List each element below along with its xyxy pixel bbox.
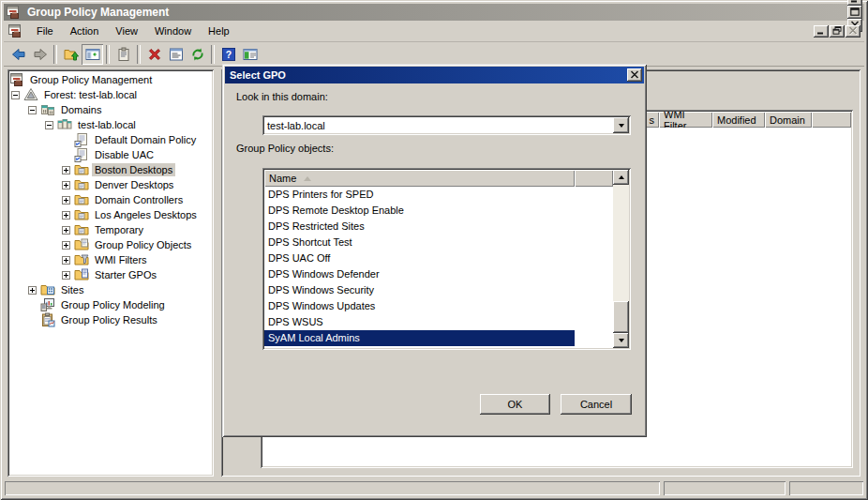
name-column-header[interactable]: Name <box>264 170 575 187</box>
tree-item-label: Default Domain Policy <box>92 133 199 146</box>
gpo-link-icon <box>74 147 89 162</box>
status-pane-3 <box>789 481 863 495</box>
domain-combobox[interactable]: test-lab.local <box>262 115 631 135</box>
mdi-restore-button[interactable] <box>830 25 845 38</box>
menu-help[interactable]: Help <box>200 23 238 39</box>
tree-item[interactable]: Default Domain Policy <box>7 132 214 147</box>
dialog-close-button[interactable] <box>627 68 642 82</box>
forward-icon[interactable] <box>29 44 51 65</box>
toolbar-separator <box>211 45 215 64</box>
mdi-minimize-button[interactable] <box>814 25 829 38</box>
combobox-dropdown-button[interactable] <box>613 117 629 133</box>
scrollbar-spacer <box>613 185 629 301</box>
tree-item[interactable]: Forest: test-lab.local <box>7 87 214 102</box>
gpo-list-item[interactable]: DPS WSUS <box>264 314 613 330</box>
tree-item[interactable]: Disable UAC <box>7 147 214 162</box>
tree-item[interactable]: Denver Desktops <box>7 177 214 192</box>
tree-item[interactable]: Sites <box>7 282 214 297</box>
expand-plus-icon[interactable] <box>62 271 70 280</box>
gpo-list-item[interactable]: SyAM Local Admins <box>264 330 575 346</box>
tree-item[interactable]: Los Angeles Desktops <box>7 207 214 222</box>
scroll-up-button[interactable] <box>613 170 629 185</box>
ou-icon <box>74 177 89 192</box>
wmi-icon <box>74 252 89 267</box>
expand-plus-icon[interactable] <box>62 226 70 235</box>
dialog-title: Select GPO <box>230 69 625 81</box>
dialog-title-bar: Select GPO <box>225 67 644 83</box>
tree-item[interactable]: Group Policy Modeling <box>7 297 214 312</box>
action-pane-icon[interactable] <box>239 44 261 65</box>
tree-item[interactable]: Domain Controllers <box>7 192 214 207</box>
expand-plus-icon[interactable] <box>62 256 70 265</box>
tree-item[interactable]: Starter GPOs <box>7 267 214 282</box>
tree-item[interactable]: test-lab.local <box>7 117 214 132</box>
title-bar: Group Policy Management <box>4 4 864 21</box>
toolbar-separator <box>137 45 141 64</box>
status-pane-1 <box>5 481 660 495</box>
gpo-list-item[interactable]: DPS Windows Updates <box>264 298 613 314</box>
gpo-list-scrollbar[interactable] <box>613 170 629 348</box>
expand-plus-icon[interactable] <box>28 286 37 295</box>
expand-plus-icon[interactable] <box>62 211 70 220</box>
scroll-down-button[interactable] <box>613 333 629 348</box>
gpo-list-item[interactable]: DPS Restricted Sites <box>264 219 613 235</box>
collapse-minus-icon[interactable] <box>11 91 20 99</box>
close-icon <box>848 25 858 37</box>
ok-button[interactable]: OK <box>480 394 550 415</box>
tree-item[interactable]: Boston Desktops <box>7 162 214 177</box>
tree-item[interactable]: WMI Filters <box>7 252 214 267</box>
menu-action[interactable]: Action <box>62 23 108 39</box>
gpo-list-item[interactable]: DPS Printers for SPED <box>264 187 613 203</box>
scrollbar-track[interactable] <box>613 185 629 333</box>
maximize-icon <box>850 7 860 18</box>
help-icon[interactable]: ? <box>217 44 239 65</box>
scrollbar-thumb[interactable] <box>613 301 629 333</box>
show-console-tree-icon[interactable] <box>82 44 103 65</box>
minimize-icon <box>816 25 826 37</box>
tree-item-label: Los Angeles Desktops <box>92 208 200 221</box>
gpo-list-item[interactable]: DPS Shortcut Test <box>264 235 613 250</box>
menu-window[interactable]: Window <box>146 23 200 39</box>
up-one-level-icon[interactable] <box>60 44 82 65</box>
collapse-minus-icon[interactable] <box>45 121 53 129</box>
expand-plus-icon[interactable] <box>62 196 70 205</box>
column-header-modified[interactable]: Modified <box>712 112 765 128</box>
ou-icon <box>74 222 89 237</box>
tree-item[interactable]: Domains <box>7 102 214 117</box>
sort-ascending-icon <box>304 176 311 181</box>
cancel-button[interactable]: Cancel <box>561 394 632 415</box>
app-console-icon <box>6 5 21 20</box>
expand-plus-icon[interactable] <box>62 241 70 250</box>
console-icon <box>9 72 24 87</box>
tree-item[interactable]: Group Policy Management <box>7 72 214 87</box>
expand-plus-icon[interactable] <box>62 166 70 174</box>
tree-item[interactable]: Group Policy Results <box>7 312 214 327</box>
tree-item[interactable]: Temporary <box>7 222 214 237</box>
console-tree-panel: Group Policy ManagementForest: test-lab.… <box>7 69 214 477</box>
collapse-minus-icon[interactable] <box>28 106 37 114</box>
gpo-list-item[interactable]: DPS Remote Desktop Enable <box>264 203 613 219</box>
starter-icon <box>74 267 89 282</box>
tree-item[interactable]: Group Policy Objects <box>7 237 214 252</box>
titlebar-maximize-button[interactable] <box>847 6 862 19</box>
back-icon[interactable] <box>7 44 29 65</box>
properties-icon[interactable] <box>165 44 187 65</box>
delete-icon[interactable] <box>143 44 165 65</box>
gpo-list-item[interactable]: DPS Windows Security <box>264 282 613 298</box>
column-header-wmi-filter[interactable]: WMI Filter <box>659 112 712 128</box>
clipboard-icon[interactable] <box>112 44 134 65</box>
svg-text:?: ? <box>225 49 231 60</box>
column-header-domain[interactable]: Domain <box>765 112 812 128</box>
gpo-list-item[interactable]: DPS Windows Defender <box>264 266 613 282</box>
results-icon <box>40 312 55 327</box>
blank-column-header[interactable] <box>575 170 613 187</box>
gpo-list-item[interactable]: DPS UAC Off <box>264 250 613 266</box>
tree-item-label: Group Policy Results <box>58 313 160 326</box>
menu-file[interactable]: File <box>28 23 62 39</box>
refresh-icon[interactable] <box>187 44 208 65</box>
expand-plus-icon[interactable] <box>62 181 70 189</box>
domain-combobox-value: test-lab.local <box>264 120 613 131</box>
tree-item-label: Domain Controllers <box>92 193 186 206</box>
menu-view[interactable]: View <box>107 23 146 39</box>
chevron-down-icon <box>619 124 624 128</box>
